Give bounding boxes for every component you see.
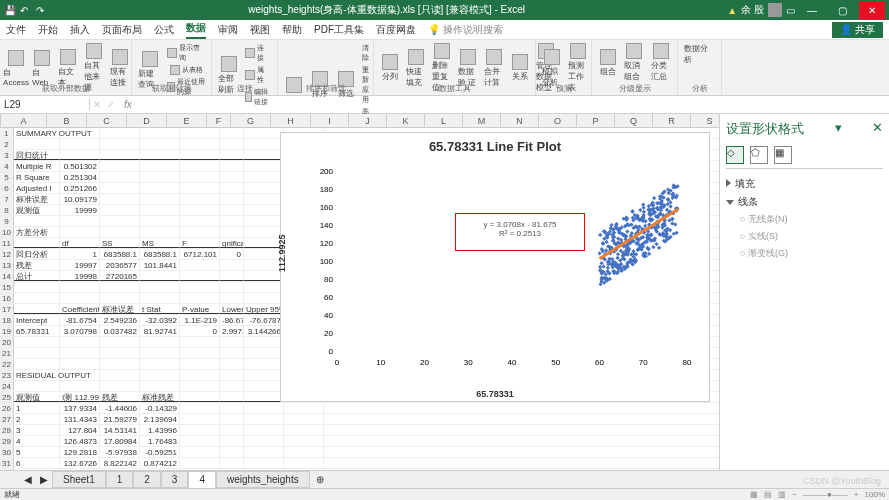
cell[interactable]: t Stat [140,304,180,314]
row-header[interactable]: 15 [0,282,14,292]
cell[interactable] [244,370,284,380]
cell[interactable] [180,282,220,292]
cell[interactable] [140,348,180,358]
tab-insert[interactable]: 插入 [70,23,90,37]
cell[interactable] [100,227,140,237]
cell[interactable]: Coefficient [60,304,100,314]
cell[interactable] [244,271,284,281]
cell[interactable] [244,359,284,369]
cell[interactable]: 137.9334 [60,403,100,413]
btn-subtotal[interactable]: 分类汇总 [649,42,674,83]
cell[interactable] [244,128,284,138]
sheet-tab[interactable]: 4 [188,471,216,488]
cell[interactable]: 65.78331 [14,326,60,336]
sheet-tab[interactable]: 1 [106,471,134,488]
cell[interactable]: -0.14329 [140,403,180,413]
cell[interactable]: Intercept [14,315,60,325]
cell[interactable]: 127.804 [60,425,100,435]
cell[interactable] [244,172,284,182]
col-header[interactable]: C [87,114,127,127]
view-normal-icon[interactable]: ▦ [750,490,758,499]
cell[interactable] [180,194,220,204]
cell[interactable] [244,139,284,149]
cell[interactable] [220,260,244,270]
btn-refresh[interactable]: 全部刷新 [216,42,241,108]
row-header[interactable]: 31 [0,458,14,468]
cell[interactable]: 回归分析 [14,249,60,259]
cell[interactable]: -0.59251 [140,447,180,457]
cell[interactable] [180,436,220,446]
cell[interactable] [60,150,100,160]
col-header[interactable]: K [387,114,425,127]
col-header[interactable]: S [691,114,719,127]
btn-fromtable[interactable]: 从表格 [165,64,207,76]
cell[interactable]: 回归统计 [14,150,60,160]
cell[interactable]: -76.6787 [244,315,284,325]
save-icon[interactable]: 💾 [4,5,14,15]
worksheet[interactable]: ABCDEFGHIJKLMNOPQRST 1SUMMARY OUTPUT23回归… [0,114,719,488]
cell[interactable] [244,447,284,457]
cell[interactable]: 21.59279 [100,414,140,424]
cell[interactable] [140,381,180,391]
cell[interactable] [180,425,220,435]
row-header[interactable]: 17 [0,304,14,314]
cell[interactable] [60,282,100,292]
cell[interactable]: 10.09179 [60,194,100,204]
cell[interactable]: 标准误差 [100,304,140,314]
cell[interactable] [244,436,284,446]
row-header[interactable]: 28 [0,425,14,435]
cell[interactable] [60,139,100,149]
cell[interactable]: -81.6754 [60,315,100,325]
col-header[interactable]: G [231,114,271,127]
cell[interactable]: 方差分析 [14,227,60,237]
col-header[interactable]: P [577,114,615,127]
cell[interactable]: 1.76483 [140,436,180,446]
cell[interactable]: 19998 [60,271,100,281]
cell[interactable]: 101.8441 [140,260,180,270]
cell[interactable]: 1 [60,249,100,259]
cell[interactable] [140,183,180,193]
cell[interactable] [60,227,100,237]
cell[interactable]: 0 [220,249,244,259]
cell[interactable] [180,271,220,281]
cell[interactable]: R Square [14,172,60,182]
cell[interactable]: 17.80984 [100,436,140,446]
col-header[interactable]: I [311,114,349,127]
cell[interactable]: P-value [180,304,220,314]
cell[interactable]: -32.0392 [140,315,180,325]
sheet-tab[interactable]: 3 [161,471,189,488]
cancel-icon[interactable]: ✕ [90,99,104,110]
cell[interactable] [180,128,220,138]
size-icon[interactable]: ▦ [774,146,792,164]
row-header[interactable]: 4 [0,161,14,171]
cell[interactable] [180,392,220,402]
cell[interactable] [14,238,60,248]
fx-icon[interactable]: fx [118,99,138,110]
cell[interactable] [220,337,244,347]
col-header[interactable]: D [127,114,167,127]
tab-help[interactable]: 帮助 [282,23,302,37]
cell[interactable]: 3 [14,425,60,435]
cell[interactable]: 标准残差 [140,392,180,402]
cell[interactable]: RESIDUAL OUTPUT [14,370,60,380]
tab-data[interactable]: 数据 [186,21,206,39]
cell[interactable] [180,370,220,380]
cell[interactable] [220,128,244,138]
cell[interactable]: 0 [180,326,220,336]
cell[interactable] [180,216,220,226]
maximize-button[interactable]: ▢ [829,1,855,19]
cell[interactable]: 0.251304 [60,172,100,182]
cell[interactable] [220,139,244,149]
cell[interactable]: 2.139694 [140,414,180,424]
cell[interactable]: 4 [14,436,60,446]
row-header[interactable]: 8 [0,205,14,215]
row-header[interactable]: 6 [0,183,14,193]
btn-group[interactable]: 组合 [596,42,620,83]
row-header[interactable]: 20 [0,337,14,347]
panel-close-icon[interactable]: ✕ [872,120,883,138]
cell[interactable] [244,414,284,424]
row-header[interactable]: 7 [0,194,14,204]
cell[interactable] [140,205,180,215]
row-header[interactable]: 22 [0,359,14,369]
tab-review[interactable]: 审阅 [218,23,238,37]
